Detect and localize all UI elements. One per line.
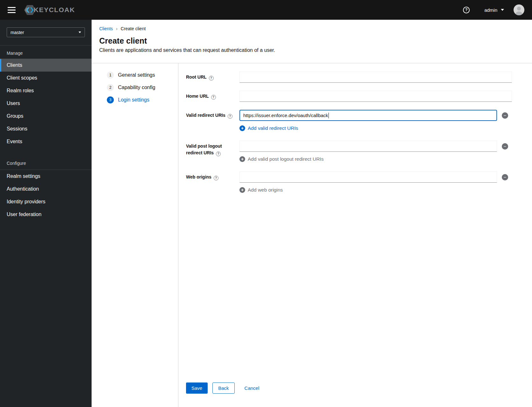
back-button[interactable]: Back xyxy=(212,382,234,394)
nav-section-title: Manage xyxy=(0,46,92,59)
username: admin xyxy=(484,7,497,13)
text-cursor xyxy=(328,113,329,118)
breadcrumb-clients-link[interactable]: Clients xyxy=(99,26,113,31)
valid-redirect-uris-input[interactable]: https://issuer.enforce.dev/oauth/callbac… xyxy=(239,110,497,121)
nav-section-title: Configure xyxy=(0,159,92,170)
sidebar-item-users[interactable]: Users xyxy=(0,97,92,110)
help-icon[interactable]: ? xyxy=(214,176,218,180)
user-avatar-icon xyxy=(514,4,524,15)
post-logout-redirect-uris-input[interactable] xyxy=(239,141,497,152)
sidebar-item-client-scopes[interactable]: Client scopes xyxy=(0,72,92,84)
realm-name: master xyxy=(10,30,24,35)
nav-toggle-icon[interactable] xyxy=(8,7,16,13)
page-description: Clients are applications and services th… xyxy=(99,47,524,53)
add-valid-redirect-uris-button[interactable]: + Add valid redirect URIs xyxy=(239,125,298,131)
plus-circle-icon: + xyxy=(239,156,245,162)
main-layout: master Manage Clients Client scopes Real… xyxy=(0,20,532,407)
minus-icon: − xyxy=(504,113,507,118)
breadcrumb: Clients › Create client xyxy=(99,26,524,31)
user-menu-dropdown[interactable]: admin xyxy=(484,7,504,13)
form-row-root-url: Root URL? xyxy=(186,72,512,83)
masthead: KEYCLOAK ? admin xyxy=(0,0,532,20)
realm-selector-section: master xyxy=(0,20,92,46)
help-icon[interactable]: ? xyxy=(228,114,232,119)
home-url-input[interactable] xyxy=(239,91,512,102)
sidebar-item-clients[interactable]: Clients xyxy=(0,59,92,72)
masthead-right: ? admin xyxy=(463,4,524,15)
web-origins-input[interactable] xyxy=(239,172,497,183)
masthead-left: KEYCLOAK xyxy=(8,5,75,15)
step-number-badge: 1 xyxy=(107,72,114,79)
form-row-web-origins: Web origins? − xyxy=(186,172,512,193)
form-actions: Save Back Cancel xyxy=(186,382,512,407)
realm-selector[interactable]: master xyxy=(7,27,85,37)
login-settings-form: Root URL? Home URL? xyxy=(178,63,532,407)
plus-circle-icon: + xyxy=(239,187,245,193)
sidebar-item-user-federation[interactable]: User federation xyxy=(0,208,92,221)
cancel-button[interactable]: Cancel xyxy=(245,385,259,391)
caret-down-icon xyxy=(79,32,81,33)
help-icon[interactable]: ? xyxy=(211,95,216,100)
wizard-step-capability-config[interactable]: 2 Capability config xyxy=(107,84,178,91)
wizard-step-general-settings[interactable]: 1 General settings xyxy=(107,72,178,79)
page-header: Clients › Create client Create client Cl… xyxy=(92,20,532,63)
save-button[interactable]: Save xyxy=(186,382,208,394)
valid-redirect-uris-label: Valid redirect URIs? xyxy=(186,110,239,131)
add-post-logout-redirect-uris-button[interactable]: + Add valid post logout redirect URIs xyxy=(239,156,324,162)
wizard-step-login-settings[interactable]: 3 Login settings xyxy=(107,96,178,103)
keycloak-admin-console: KEYCLOAK ? admin master xyxy=(0,0,532,407)
sidebar: master Manage Clients Client scopes Real… xyxy=(0,20,92,407)
minus-icon: − xyxy=(504,175,507,179)
sidebar-item-realm-settings[interactable]: Realm settings xyxy=(0,170,92,183)
root-url-label: Root URL? xyxy=(186,72,239,83)
web-origins-label: Web origins? xyxy=(186,172,239,193)
minus-icon: − xyxy=(504,144,507,149)
sidebar-item-realm-roles[interactable]: Realm roles xyxy=(0,84,92,97)
sidebar-item-identity-providers[interactable]: Identity providers xyxy=(0,195,92,208)
help-icon[interactable]: ? xyxy=(463,7,470,13)
sidebar-item-events[interactable]: Events xyxy=(0,135,92,148)
avatar[interactable] xyxy=(514,4,524,15)
create-client-wizard: 1 General settings 2 Capability config 3… xyxy=(92,63,532,407)
content-area: Clients › Create client Create client Cl… xyxy=(92,20,532,407)
valid-redirect-uris-value: https://issuer.enforce.dev/oauth/callbac… xyxy=(243,113,328,118)
remove-web-origin-button[interactable]: − xyxy=(502,174,508,180)
step-number-badge: 2 xyxy=(107,84,114,91)
sidebar-item-authentication[interactable]: Authentication xyxy=(0,183,92,195)
root-url-input[interactable] xyxy=(239,72,512,83)
brand-wordmark: KEYCLOAK xyxy=(34,6,75,14)
breadcrumb-current: Create client xyxy=(121,26,146,31)
form-row-valid-redirect-uris: Valid redirect URIs? https://issuer.enfo… xyxy=(186,110,512,131)
plus-circle-icon: + xyxy=(239,125,245,131)
home-url-label: Home URL? xyxy=(186,91,239,102)
nav-section-configure: Configure Realm settings Authentication … xyxy=(0,159,92,221)
remove-post-logout-uri-button[interactable]: − xyxy=(502,143,508,150)
page-title: Create client xyxy=(99,36,524,46)
nav-section-manage: Manage Clients Client scopes Realm roles… xyxy=(0,46,92,148)
remove-redirect-uri-button[interactable]: − xyxy=(502,112,508,119)
sidebar-item-groups[interactable]: Groups xyxy=(0,110,92,123)
caret-down-icon xyxy=(501,9,504,11)
post-logout-redirect-uris-label: Valid post logout redirect URIs? xyxy=(186,141,239,162)
sidebar-item-sessions[interactable]: Sessions xyxy=(0,123,92,135)
help-icon[interactable]: ? xyxy=(216,151,221,156)
form-row-post-logout-redirect-uris: Valid post logout redirect URIs? − xyxy=(186,141,512,162)
keycloak-logo: KEYCLOAK xyxy=(24,5,75,15)
form-row-home-url: Home URL? xyxy=(186,91,512,102)
wizard-nav: 1 General settings 2 Capability config 3… xyxy=(92,63,178,407)
step-number-badge: 3 xyxy=(107,96,114,103)
add-web-origins-button[interactable]: + Add web origins xyxy=(239,187,283,193)
breadcrumb-separator-icon: › xyxy=(116,26,118,31)
help-icon[interactable]: ? xyxy=(209,76,214,81)
